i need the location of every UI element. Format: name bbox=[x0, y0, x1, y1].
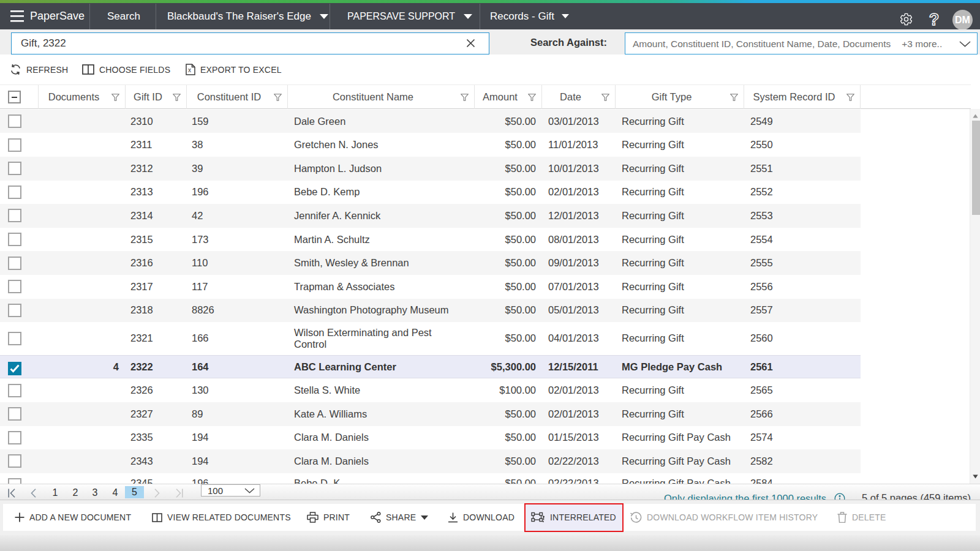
svg-text:x: x bbox=[188, 67, 191, 73]
